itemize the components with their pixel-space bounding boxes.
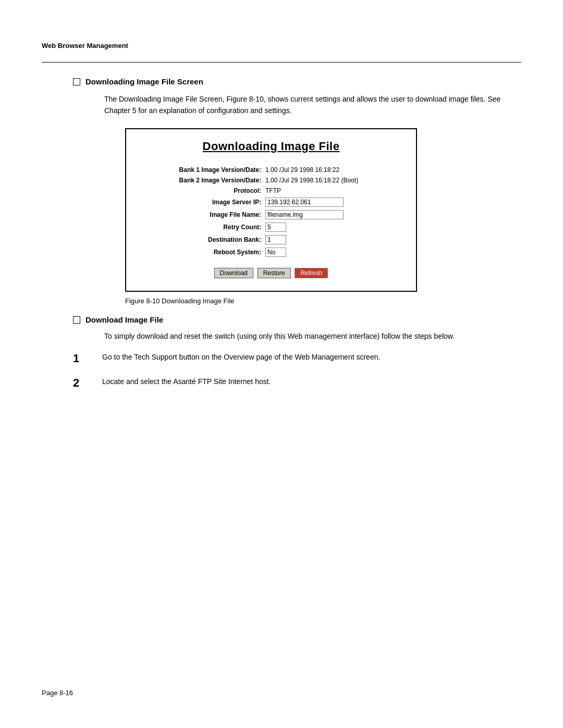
restore-button[interactable]: Restore (258, 268, 291, 278)
section2-description: To simply download and reset the switch … (42, 330, 521, 342)
form-table: Bank 1 Image Version/Date: 1.00 /Jul 29 … (139, 165, 403, 258)
table-row: Retry Count: (139, 221, 403, 233)
field-value-protocol: TFTP (263, 186, 403, 196)
field-label-server-ip: Image Server IP: (139, 196, 263, 208)
section1-heading: Downloading Image File Screen (42, 77, 521, 86)
step-1-number: 1 (73, 351, 94, 366)
section2-bullet (73, 316, 80, 324)
field-label-protocol: Protocol: (139, 186, 263, 196)
step-2: 2 Locate and select the Asanté FTP Site … (73, 376, 521, 391)
button-row: Download Restore Refresh (139, 268, 403, 278)
field-label-dest-bank: Destination Bank: (139, 233, 263, 246)
page-footer: Page 8-16 (42, 689, 73, 697)
reboot-system-input[interactable] (265, 248, 286, 257)
table-row: Destination Bank: (139, 233, 403, 246)
download-button[interactable]: Download (214, 268, 253, 278)
field-value-bank1: 1.00 /Jul 29 1998 16:18:22 (263, 165, 403, 175)
step-2-text: Locate and select the Asanté FTP Site In… (102, 376, 521, 387)
table-row: Bank 2 Image Version/Date: 1.00 /Jul 29 … (139, 175, 403, 186)
field-label-retry: Retry Count: (139, 221, 263, 233)
step-1: 1 Go to the Tech Support button on the O… (73, 351, 521, 366)
separator-line (42, 62, 521, 63)
section2-heading: Download Image File (42, 315, 521, 324)
field-label-reboot: Reboot System: (139, 246, 263, 258)
figure-box: Downloading Image File Bank 1 Image Vers… (125, 128, 417, 292)
field-label-bank1: Bank 1 Image Version/Date: (139, 165, 263, 175)
refresh-button[interactable]: Refresh (295, 268, 328, 278)
field-label-bank2: Bank 2 Image Version/Date: (139, 175, 263, 186)
section1-title: Downloading Image File Screen (85, 77, 203, 86)
page-section-header: Web Browser Management (42, 42, 521, 50)
table-row: Protocol: TFTP (139, 186, 403, 196)
destination-bank-input[interactable] (265, 235, 286, 244)
field-value-bank2: 1.00 /Jul 29 1998 16:18:22 (Boot) (263, 175, 403, 186)
table-row: Reboot System: (139, 246, 403, 258)
field-label-filename: Image File Name: (139, 208, 263, 221)
image-server-ip-input[interactable] (265, 198, 344, 207)
field-cell-filename (263, 208, 403, 221)
field-cell-dest-bank (263, 233, 403, 246)
figure-title: Downloading Image File (139, 140, 403, 153)
table-row: Bank 1 Image Version/Date: 1.00 /Jul 29 … (139, 165, 403, 175)
steps-container: 1 Go to the Tech Support button on the O… (42, 351, 521, 390)
table-row: Image Server IP: (139, 196, 403, 208)
section2-title: Download Image File (85, 315, 163, 324)
field-cell-retry (263, 221, 403, 233)
step-1-text: Go to the Tech Support button on the Ove… (102, 351, 521, 363)
section1-bullet (73, 78, 80, 85)
image-file-name-input[interactable] (265, 210, 344, 219)
field-cell-reboot (263, 246, 403, 258)
field-cell-server-ip (263, 196, 403, 208)
step-2-number: 2 (73, 376, 94, 391)
table-row: Image File Name: (139, 208, 403, 221)
section1-description: The Downloading Image File Screen, Figur… (42, 93, 521, 117)
retry-count-input[interactable] (265, 223, 286, 232)
figure-caption: Figure 8-10 Downloading Image File (125, 297, 521, 305)
